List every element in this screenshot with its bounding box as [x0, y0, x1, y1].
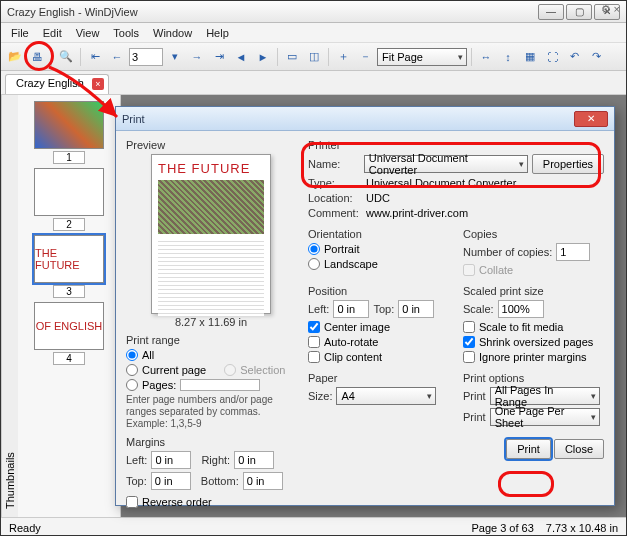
nav-fwd-icon[interactable]: ►	[253, 47, 273, 67]
marquee-icon[interactable]: ▦	[520, 47, 540, 67]
next-page-icon[interactable]: →	[187, 47, 207, 67]
window-titlebar: Crazy English - WinDjView — ▢ ✕	[1, 1, 626, 23]
collate-checkbox: Collate	[463, 264, 604, 276]
orientation-group: Orientation Portrait Landscape	[308, 228, 449, 279]
window-maximize-button[interactable]: ▢	[566, 4, 592, 20]
fullscreen-icon[interactable]: ⛶	[542, 47, 562, 67]
print-dialog: Print ✕ Preview THE FUTURE 8.27 x 11.69 …	[115, 106, 615, 506]
print-range-group: Print range All Current page Selection P…	[126, 334, 296, 430]
thumbnail-4[interactable]: OF ENGLISH 4	[34, 302, 104, 365]
printer-group: Printer Name: Universal Document Convert…	[308, 139, 604, 222]
fit-width-icon[interactable]: ↔	[476, 47, 496, 67]
copies-input[interactable]	[556, 243, 590, 261]
thumbnail-1[interactable]: 1	[34, 101, 104, 164]
thumbnails-tab[interactable]: Thumbnails	[1, 95, 18, 517]
copies-group: Copies Number of copies: Collate	[463, 228, 604, 279]
zoom-in-icon[interactable]: ＋	[333, 47, 353, 67]
fit-height-icon[interactable]: ↕	[498, 47, 518, 67]
menu-window[interactable]: Window	[147, 25, 198, 41]
range-current-radio[interactable]: Current page	[126, 364, 206, 376]
preview-label: Preview	[126, 139, 296, 151]
first-page-icon[interactable]: ⇤	[85, 47, 105, 67]
margin-right-input[interactable]	[234, 451, 274, 469]
position-top-input[interactable]	[398, 300, 434, 318]
tab-document[interactable]: Crazy English ×	[5, 74, 109, 94]
rotate-right-icon[interactable]: ↷	[586, 47, 606, 67]
close-button[interactable]: Close	[554, 439, 604, 459]
print-pages-combo[interactable]: All Pages In Range	[490, 387, 600, 405]
print-button[interactable]: Print	[506, 439, 551, 459]
thumbnails-panel: Thumbnails ⚙ × 1 2 THE FUTURE 3 OF ENGLI…	[1, 95, 121, 517]
menubar: File Edit View Tools Window Help	[1, 23, 626, 43]
status-ready: Ready	[9, 522, 459, 534]
range-all-radio[interactable]: All	[126, 349, 296, 361]
printer-comment-value: www.print-driver.com	[366, 207, 468, 219]
window-minimize-button[interactable]: —	[538, 4, 564, 20]
paper-size-combo[interactable]: A4	[336, 387, 436, 405]
last-page-icon[interactable]: ⇥	[209, 47, 229, 67]
printer-location-value: UDC	[366, 192, 390, 204]
range-pages-input[interactable]	[180, 379, 260, 391]
page-dropdown-icon[interactable]: ▾	[165, 47, 185, 67]
margins-group: Margins Left: Right: Top: Bottom:	[126, 436, 296, 490]
margin-top-input[interactable]	[151, 472, 191, 490]
open-icon[interactable]: 📂	[5, 47, 25, 67]
reverse-order-checkbox[interactable]: Reverse order	[126, 496, 212, 508]
range-hint: Enter page numbers and/or page ranges se…	[126, 394, 296, 430]
margin-bottom-input[interactable]	[243, 472, 283, 490]
menu-file[interactable]: File	[5, 25, 35, 41]
menu-tools[interactable]: Tools	[107, 25, 145, 41]
menu-view[interactable]: View	[70, 25, 106, 41]
document-tabbar: Crazy English ×	[1, 71, 626, 95]
toolbar: 📂 🖶 🔍 ⇤ ← ▾ → ⇥ ◄ ► ▭ ◫ ＋ － Fit Page ↔ ↕…	[1, 43, 626, 71]
printer-properties-button[interactable]: Properties	[532, 154, 604, 174]
position-group: Position Left: Top: Center image Auto-ro…	[308, 285, 449, 366]
tab-close-icon[interactable]: ×	[92, 78, 104, 90]
print-layout-combo[interactable]: One Page Per Sheet	[490, 408, 600, 426]
dialog-titlebar[interactable]: Print ✕	[116, 107, 614, 131]
scaled-group: Scaled print size Scale: Scale to fit me…	[463, 285, 604, 366]
range-pages-radio[interactable]: Pages:	[126, 379, 296, 391]
statusbar: Ready Page 3 of 63 7.73 x 10.48 in	[1, 517, 626, 536]
printer-name-combo[interactable]: Universal Document Converter	[364, 155, 528, 173]
scale-fit-media-checkbox[interactable]: Scale to fit media	[463, 321, 604, 333]
center-image-checkbox[interactable]: Center image	[308, 321, 449, 333]
status-page: Page 3 of 63	[471, 522, 533, 534]
auto-rotate-checkbox[interactable]: Auto-rotate	[308, 336, 449, 348]
position-left-input[interactable]	[333, 300, 369, 318]
range-selection-radio: Selection	[224, 364, 285, 376]
window-title: Crazy English - WinDjView	[7, 6, 538, 18]
dialog-title: Print	[122, 113, 574, 125]
print-preview: THE FUTURE	[151, 154, 271, 314]
nav-back-icon[interactable]: ◄	[231, 47, 251, 67]
tab-label: Crazy English	[16, 77, 84, 89]
prev-page-icon[interactable]: ←	[107, 47, 127, 67]
thumbnail-2[interactable]: 2	[34, 168, 104, 231]
shrink-oversized-checkbox[interactable]: Shrink oversized pages	[463, 336, 604, 348]
zoom-combo[interactable]: Fit Page	[377, 48, 467, 66]
ignore-margins-checkbox[interactable]: Ignore printer margins	[463, 351, 604, 363]
menu-edit[interactable]: Edit	[37, 25, 68, 41]
zoom-out-icon[interactable]: －	[355, 47, 375, 67]
margin-left-input[interactable]	[151, 451, 191, 469]
clip-content-checkbox[interactable]: Clip content	[308, 351, 449, 363]
print-icon[interactable]: 🖶	[27, 47, 47, 67]
orientation-portrait-radio[interactable]: Portrait	[308, 243, 449, 255]
single-page-icon[interactable]: ▭	[282, 47, 302, 67]
thumbnail-3[interactable]: THE FUTURE 3	[34, 235, 104, 298]
preview-group: Preview THE FUTURE 8.27 x 11.69 in	[126, 139, 296, 328]
facing-pages-icon[interactable]: ◫	[304, 47, 324, 67]
status-size: 7.73 x 10.48 in	[546, 522, 618, 534]
find-icon[interactable]: 🔍	[56, 47, 76, 67]
scale-input[interactable]	[498, 300, 544, 318]
print-options-group: Print options Print All Pages In Range P…	[463, 372, 604, 429]
menu-help[interactable]: Help	[200, 25, 235, 41]
preview-dimensions: 8.27 x 11.69 in	[126, 316, 296, 328]
dialog-close-icon[interactable]: ✕	[574, 111, 608, 127]
page-number-input[interactable]	[129, 48, 163, 66]
printer-type-value: Universal Document Converter	[366, 177, 516, 189]
rotate-left-icon[interactable]: ↶	[564, 47, 584, 67]
orientation-landscape-radio[interactable]: Landscape	[308, 258, 449, 270]
paper-group: Paper Size: A4	[308, 372, 449, 429]
